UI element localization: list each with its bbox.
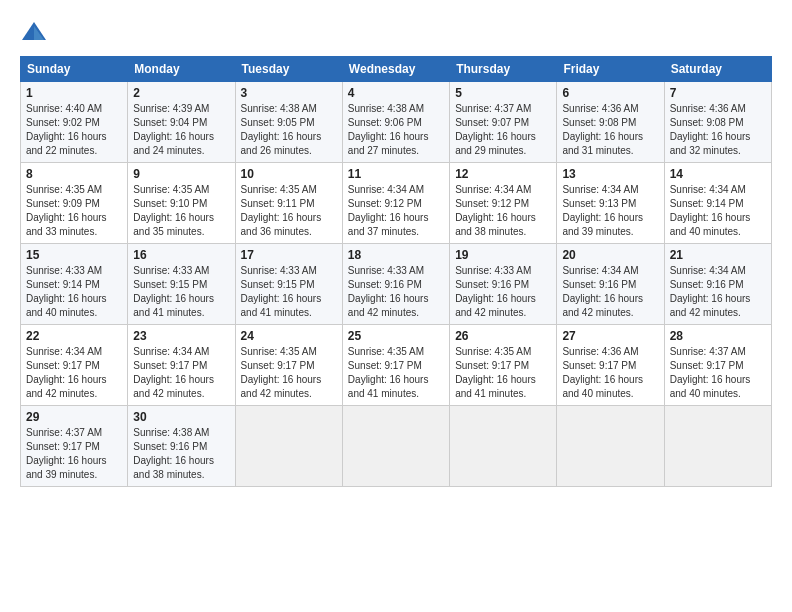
calendar-day-cell: 9 Sunrise: 4:35 AMSunset: 9:10 PMDayligh… — [128, 163, 235, 244]
calendar-day-cell: 18 Sunrise: 4:33 AMSunset: 9:16 PMDaylig… — [342, 244, 449, 325]
calendar-day-cell: 1 Sunrise: 4:40 AMSunset: 9:02 PMDayligh… — [21, 82, 128, 163]
calendar-day-cell: 29 Sunrise: 4:37 AMSunset: 9:17 PMDaylig… — [21, 406, 128, 487]
calendar-day-cell: 23 Sunrise: 4:34 AMSunset: 9:17 PMDaylig… — [128, 325, 235, 406]
day-number: 6 — [562, 86, 658, 100]
calendar-day-cell: 13 Sunrise: 4:34 AMSunset: 9:13 PMDaylig… — [557, 163, 664, 244]
day-info: Sunrise: 4:35 AMSunset: 9:17 PMDaylight:… — [455, 345, 551, 401]
calendar-day-cell: 10 Sunrise: 4:35 AMSunset: 9:11 PMDaylig… — [235, 163, 342, 244]
day-number: 20 — [562, 248, 658, 262]
day-number: 12 — [455, 167, 551, 181]
day-number: 1 — [26, 86, 122, 100]
day-number: 18 — [348, 248, 444, 262]
calendar-week-row: 8 Sunrise: 4:35 AMSunset: 9:09 PMDayligh… — [21, 163, 772, 244]
calendar-day-cell: 3 Sunrise: 4:38 AMSunset: 9:05 PMDayligh… — [235, 82, 342, 163]
calendar-day-cell: 5 Sunrise: 4:37 AMSunset: 9:07 PMDayligh… — [450, 82, 557, 163]
calendar-day-cell: 26 Sunrise: 4:35 AMSunset: 9:17 PMDaylig… — [450, 325, 557, 406]
calendar-day-cell: 21 Sunrise: 4:34 AMSunset: 9:16 PMDaylig… — [664, 244, 771, 325]
day-info: Sunrise: 4:37 AMSunset: 9:17 PMDaylight:… — [26, 426, 122, 482]
day-number: 17 — [241, 248, 337, 262]
day-number: 29 — [26, 410, 122, 424]
day-number: 19 — [455, 248, 551, 262]
calendar-table: SundayMondayTuesdayWednesdayThursdayFrid… — [20, 56, 772, 487]
day-of-week-header: Monday — [128, 57, 235, 82]
day-info: Sunrise: 4:37 AMSunset: 9:17 PMDaylight:… — [670, 345, 766, 401]
calendar-day-cell: 22 Sunrise: 4:34 AMSunset: 9:17 PMDaylig… — [21, 325, 128, 406]
calendar-day-cell — [342, 406, 449, 487]
calendar-header-row: SundayMondayTuesdayWednesdayThursdayFrid… — [21, 57, 772, 82]
day-info: Sunrise: 4:33 AMSunset: 9:15 PMDaylight:… — [241, 264, 337, 320]
calendar-day-cell: 14 Sunrise: 4:34 AMSunset: 9:14 PMDaylig… — [664, 163, 771, 244]
day-info: Sunrise: 4:34 AMSunset: 9:14 PMDaylight:… — [670, 183, 766, 239]
calendar-day-cell: 4 Sunrise: 4:38 AMSunset: 9:06 PMDayligh… — [342, 82, 449, 163]
day-info: Sunrise: 4:35 AMSunset: 9:09 PMDaylight:… — [26, 183, 122, 239]
calendar-day-cell: 24 Sunrise: 4:35 AMSunset: 9:17 PMDaylig… — [235, 325, 342, 406]
day-of-week-header: Thursday — [450, 57, 557, 82]
day-info: Sunrise: 4:39 AMSunset: 9:04 PMDaylight:… — [133, 102, 229, 158]
day-info: Sunrise: 4:38 AMSunset: 9:16 PMDaylight:… — [133, 426, 229, 482]
page: SundayMondayTuesdayWednesdayThursdayFrid… — [0, 0, 792, 612]
day-number: 23 — [133, 329, 229, 343]
calendar-week-row: 15 Sunrise: 4:33 AMSunset: 9:14 PMDaylig… — [21, 244, 772, 325]
day-info: Sunrise: 4:34 AMSunset: 9:13 PMDaylight:… — [562, 183, 658, 239]
header — [20, 18, 772, 46]
day-info: Sunrise: 4:38 AMSunset: 9:05 PMDaylight:… — [241, 102, 337, 158]
day-number: 7 — [670, 86, 766, 100]
day-of-week-header: Sunday — [21, 57, 128, 82]
day-number: 16 — [133, 248, 229, 262]
day-info: Sunrise: 4:35 AMSunset: 9:17 PMDaylight:… — [348, 345, 444, 401]
day-info: Sunrise: 4:34 AMSunset: 9:17 PMDaylight:… — [26, 345, 122, 401]
calendar-week-row: 29 Sunrise: 4:37 AMSunset: 9:17 PMDaylig… — [21, 406, 772, 487]
day-number: 22 — [26, 329, 122, 343]
calendar-day-cell: 7 Sunrise: 4:36 AMSunset: 9:08 PMDayligh… — [664, 82, 771, 163]
day-info: Sunrise: 4:34 AMSunset: 9:17 PMDaylight:… — [133, 345, 229, 401]
day-info: Sunrise: 4:35 AMSunset: 9:10 PMDaylight:… — [133, 183, 229, 239]
day-info: Sunrise: 4:34 AMSunset: 9:16 PMDaylight:… — [562, 264, 658, 320]
day-info: Sunrise: 4:33 AMSunset: 9:15 PMDaylight:… — [133, 264, 229, 320]
day-number: 15 — [26, 248, 122, 262]
calendar-day-cell: 19 Sunrise: 4:33 AMSunset: 9:16 PMDaylig… — [450, 244, 557, 325]
calendar-day-cell: 6 Sunrise: 4:36 AMSunset: 9:08 PMDayligh… — [557, 82, 664, 163]
day-number: 10 — [241, 167, 337, 181]
calendar-week-row: 22 Sunrise: 4:34 AMSunset: 9:17 PMDaylig… — [21, 325, 772, 406]
day-info: Sunrise: 4:34 AMSunset: 9:16 PMDaylight:… — [670, 264, 766, 320]
calendar-day-cell: 15 Sunrise: 4:33 AMSunset: 9:14 PMDaylig… — [21, 244, 128, 325]
calendar-week-row: 1 Sunrise: 4:40 AMSunset: 9:02 PMDayligh… — [21, 82, 772, 163]
day-number: 9 — [133, 167, 229, 181]
day-number: 30 — [133, 410, 229, 424]
day-number: 11 — [348, 167, 444, 181]
day-number: 8 — [26, 167, 122, 181]
day-info: Sunrise: 4:38 AMSunset: 9:06 PMDaylight:… — [348, 102, 444, 158]
day-info: Sunrise: 4:36 AMSunset: 9:17 PMDaylight:… — [562, 345, 658, 401]
day-info: Sunrise: 4:33 AMSunset: 9:16 PMDaylight:… — [455, 264, 551, 320]
calendar-day-cell — [450, 406, 557, 487]
day-of-week-header: Friday — [557, 57, 664, 82]
day-number: 27 — [562, 329, 658, 343]
day-number: 25 — [348, 329, 444, 343]
day-of-week-header: Wednesday — [342, 57, 449, 82]
calendar-day-cell: 25 Sunrise: 4:35 AMSunset: 9:17 PMDaylig… — [342, 325, 449, 406]
calendar-day-cell — [557, 406, 664, 487]
day-info: Sunrise: 4:35 AMSunset: 9:17 PMDaylight:… — [241, 345, 337, 401]
day-number: 24 — [241, 329, 337, 343]
day-info: Sunrise: 4:36 AMSunset: 9:08 PMDaylight:… — [562, 102, 658, 158]
calendar-day-cell: 20 Sunrise: 4:34 AMSunset: 9:16 PMDaylig… — [557, 244, 664, 325]
logo — [20, 18, 52, 46]
calendar-day-cell: 2 Sunrise: 4:39 AMSunset: 9:04 PMDayligh… — [128, 82, 235, 163]
day-number: 4 — [348, 86, 444, 100]
day-info: Sunrise: 4:36 AMSunset: 9:08 PMDaylight:… — [670, 102, 766, 158]
day-info: Sunrise: 4:34 AMSunset: 9:12 PMDaylight:… — [348, 183, 444, 239]
calendar-day-cell: 27 Sunrise: 4:36 AMSunset: 9:17 PMDaylig… — [557, 325, 664, 406]
calendar-day-cell: 17 Sunrise: 4:33 AMSunset: 9:15 PMDaylig… — [235, 244, 342, 325]
calendar-day-cell: 30 Sunrise: 4:38 AMSunset: 9:16 PMDaylig… — [128, 406, 235, 487]
logo-icon — [20, 18, 48, 46]
day-number: 14 — [670, 167, 766, 181]
calendar-day-cell: 16 Sunrise: 4:33 AMSunset: 9:15 PMDaylig… — [128, 244, 235, 325]
day-info: Sunrise: 4:40 AMSunset: 9:02 PMDaylight:… — [26, 102, 122, 158]
day-number: 21 — [670, 248, 766, 262]
day-number: 5 — [455, 86, 551, 100]
day-info: Sunrise: 4:33 AMSunset: 9:16 PMDaylight:… — [348, 264, 444, 320]
calendar-day-cell: 11 Sunrise: 4:34 AMSunset: 9:12 PMDaylig… — [342, 163, 449, 244]
day-of-week-header: Saturday — [664, 57, 771, 82]
calendar-day-cell — [664, 406, 771, 487]
calendar-day-cell: 8 Sunrise: 4:35 AMSunset: 9:09 PMDayligh… — [21, 163, 128, 244]
